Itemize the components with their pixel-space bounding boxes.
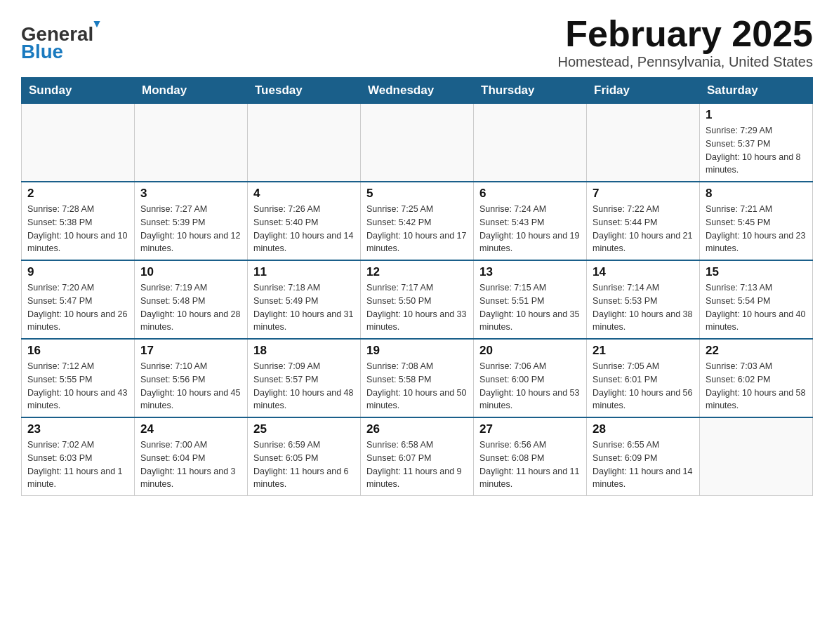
day-info: Sunrise: 7:10 AMSunset: 5:56 PMDaylight:…: [140, 360, 241, 412]
day-number: 19: [366, 344, 468, 358]
day-of-week-friday: Friday: [587, 78, 700, 104]
day-info: Sunrise: 7:20 AMSunset: 5:47 PMDaylight:…: [27, 281, 128, 334]
day-info: Sunrise: 7:17 AMSunset: 5:50 PMDaylight:…: [366, 281, 468, 334]
day-number: 16: [27, 344, 128, 358]
day-info: Sunrise: 7:13 AMSunset: 5:54 PMDaylight:…: [706, 281, 807, 334]
logo: General Blue: [21, 14, 105, 63]
day-info: Sunrise: 7:29 AMSunset: 5:37 PMDaylight:…: [706, 124, 807, 177]
day-info: Sunrise: 7:00 AMSunset: 6:04 PMDaylight:…: [140, 438, 241, 491]
day-info: Sunrise: 7:09 AMSunset: 5:57 PMDaylight:…: [253, 360, 355, 412]
day-info: Sunrise: 7:02 AMSunset: 6:03 PMDaylight:…: [27, 438, 128, 491]
calendar-week-2: 2Sunrise: 7:28 AMSunset: 5:38 PMDaylight…: [22, 182, 813, 260]
day-info: Sunrise: 7:03 AMSunset: 6:02 PMDaylight:…: [706, 360, 807, 412]
calendar-cell: 23Sunrise: 7:02 AMSunset: 6:03 PMDayligh…: [22, 417, 135, 496]
day-info: Sunrise: 6:59 AMSunset: 6:05 PMDaylight:…: [253, 438, 355, 491]
calendar-cell: [248, 104, 361, 182]
day-number: 4: [253, 187, 355, 201]
day-info: Sunrise: 7:27 AMSunset: 5:39 PMDaylight:…: [140, 203, 241, 255]
day-number: 13: [479, 265, 581, 279]
calendar-cell: [22, 104, 135, 182]
day-number: 23: [27, 422, 128, 436]
calendar-cell: 18Sunrise: 7:09 AMSunset: 5:57 PMDayligh…: [248, 339, 361, 417]
day-info: Sunrise: 6:55 AMSunset: 6:09 PMDaylight:…: [593, 438, 694, 491]
calendar-title: February 2025: [557, 14, 813, 54]
calendar-cell: 14Sunrise: 7:14 AMSunset: 5:53 PMDayligh…: [587, 260, 700, 339]
calendar-cell: 25Sunrise: 6:59 AMSunset: 6:05 PMDayligh…: [248, 417, 361, 496]
day-number: 14: [593, 265, 694, 279]
calendar-cell: 6Sunrise: 7:24 AMSunset: 5:43 PMDaylight…: [474, 182, 587, 260]
calendar-cell: 15Sunrise: 7:13 AMSunset: 5:54 PMDayligh…: [700, 260, 813, 339]
day-number: 9: [27, 265, 128, 279]
calendar-cell: [700, 417, 813, 496]
day-number: 25: [253, 422, 355, 436]
calendar-week-3: 9Sunrise: 7:20 AMSunset: 5:47 PMDaylight…: [22, 260, 813, 339]
calendar-cell: [474, 104, 587, 182]
calendar-cell: 13Sunrise: 7:15 AMSunset: 5:51 PMDayligh…: [474, 260, 587, 339]
day-number: 7: [593, 187, 694, 201]
calendar-subtitle: Homestead, Pennsylvania, United States: [557, 54, 813, 70]
title-block: February 2025 Homestead, Pennsylvania, U…: [557, 14, 813, 70]
day-number: 28: [593, 422, 694, 436]
day-number: 3: [140, 187, 241, 201]
day-number: 10: [140, 265, 241, 279]
calendar-cell: 5Sunrise: 7:25 AMSunset: 5:42 PMDaylight…: [361, 182, 474, 260]
day-number: 8: [706, 187, 807, 201]
day-of-week-wednesday: Wednesday: [361, 78, 474, 104]
day-number: 22: [706, 344, 807, 358]
day-number: 20: [479, 344, 581, 358]
day-of-week-monday: Monday: [135, 78, 248, 104]
day-number: 1: [706, 108, 807, 122]
day-info: Sunrise: 7:08 AMSunset: 5:58 PMDaylight:…: [366, 360, 468, 412]
calendar-cell: 10Sunrise: 7:19 AMSunset: 5:48 PMDayligh…: [135, 260, 248, 339]
day-info: Sunrise: 7:22 AMSunset: 5:44 PMDaylight:…: [593, 203, 694, 255]
day-info: Sunrise: 7:28 AMSunset: 5:38 PMDaylight:…: [27, 203, 128, 255]
calendar-cell: 27Sunrise: 6:56 AMSunset: 6:08 PMDayligh…: [474, 417, 587, 496]
day-number: 24: [140, 422, 241, 436]
svg-text:Blue: Blue: [21, 41, 63, 62]
calendar-cell: 24Sunrise: 7:00 AMSunset: 6:04 PMDayligh…: [135, 417, 248, 496]
day-info: Sunrise: 7:06 AMSunset: 6:00 PMDaylight:…: [479, 360, 581, 412]
day-of-week-saturday: Saturday: [700, 78, 813, 104]
calendar-cell: 20Sunrise: 7:06 AMSunset: 6:00 PMDayligh…: [474, 339, 587, 417]
calendar-cell: 19Sunrise: 7:08 AMSunset: 5:58 PMDayligh…: [361, 339, 474, 417]
days-of-week-row: SundayMondayTuesdayWednesdayThursdayFrid…: [22, 78, 813, 104]
calendar-cell: [135, 104, 248, 182]
day-info: Sunrise: 7:18 AMSunset: 5:49 PMDaylight:…: [253, 281, 355, 334]
calendar-cell: 17Sunrise: 7:10 AMSunset: 5:56 PMDayligh…: [135, 339, 248, 417]
calendar-cell: 11Sunrise: 7:18 AMSunset: 5:49 PMDayligh…: [248, 260, 361, 339]
day-of-week-thursday: Thursday: [474, 78, 587, 104]
calendar-cell: 12Sunrise: 7:17 AMSunset: 5:50 PMDayligh…: [361, 260, 474, 339]
calendar-cell: 4Sunrise: 7:26 AMSunset: 5:40 PMDaylight…: [248, 182, 361, 260]
calendar-week-4: 16Sunrise: 7:12 AMSunset: 5:55 PMDayligh…: [22, 339, 813, 417]
day-info: Sunrise: 7:15 AMSunset: 5:51 PMDaylight:…: [479, 281, 581, 334]
page-header: General Blue February 2025 Homestead, Pe…: [21, 14, 813, 70]
calendar-cell: 3Sunrise: 7:27 AMSunset: 5:39 PMDaylight…: [135, 182, 248, 260]
day-number: 18: [253, 344, 355, 358]
day-info: Sunrise: 7:12 AMSunset: 5:55 PMDaylight:…: [27, 360, 128, 412]
calendar-cell: 26Sunrise: 6:58 AMSunset: 6:07 PMDayligh…: [361, 417, 474, 496]
day-info: Sunrise: 7:26 AMSunset: 5:40 PMDaylight:…: [253, 203, 355, 255]
day-info: Sunrise: 7:25 AMSunset: 5:42 PMDaylight:…: [366, 203, 468, 255]
calendar-cell: 16Sunrise: 7:12 AMSunset: 5:55 PMDayligh…: [22, 339, 135, 417]
day-number: 27: [479, 422, 581, 436]
day-info: Sunrise: 6:58 AMSunset: 6:07 PMDaylight:…: [366, 438, 468, 491]
calendar-cell: 22Sunrise: 7:03 AMSunset: 6:02 PMDayligh…: [700, 339, 813, 417]
day-number: 2: [27, 187, 128, 201]
day-number: 17: [140, 344, 241, 358]
day-info: Sunrise: 7:14 AMSunset: 5:53 PMDaylight:…: [593, 281, 694, 334]
calendar-cell: 2Sunrise: 7:28 AMSunset: 5:38 PMDaylight…: [22, 182, 135, 260]
day-number: 21: [593, 344, 694, 358]
calendar-cell: [587, 104, 700, 182]
day-number: 15: [706, 265, 807, 279]
day-number: 12: [366, 265, 468, 279]
day-of-week-tuesday: Tuesday: [248, 78, 361, 104]
day-info: Sunrise: 7:21 AMSunset: 5:45 PMDaylight:…: [706, 203, 807, 255]
calendar-cell: 1Sunrise: 7:29 AMSunset: 5:37 PMDaylight…: [700, 104, 813, 182]
calendar-table: SundayMondayTuesdayWednesdayThursdayFrid…: [21, 77, 813, 496]
day-info: Sunrise: 6:56 AMSunset: 6:08 PMDaylight:…: [479, 438, 581, 491]
calendar-cell: 7Sunrise: 7:22 AMSunset: 5:44 PMDaylight…: [587, 182, 700, 260]
day-of-week-sunday: Sunday: [22, 78, 135, 104]
calendar-cell: 21Sunrise: 7:05 AMSunset: 6:01 PMDayligh…: [587, 339, 700, 417]
svg-marker-1: [93, 21, 100, 27]
calendar-header: SundayMondayTuesdayWednesdayThursdayFrid…: [22, 78, 813, 104]
